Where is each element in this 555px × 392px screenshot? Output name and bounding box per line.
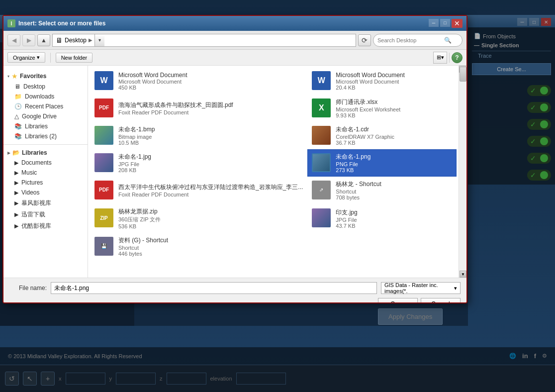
- filetype-arrow: ▾: [454, 285, 457, 292]
- favorites-arrow: ▾: [7, 74, 9, 79]
- sidebar-divider: [3, 144, 88, 145]
- scroll-down-arrow[interactable]: ▼: [460, 271, 466, 278]
- file-name: 未命名-1.jpg: [118, 153, 303, 161]
- search-box: 🔍: [373, 34, 462, 47]
- view-toggle-btn[interactable]: ⊞▾: [433, 52, 447, 64]
- file-icon: [94, 181, 114, 200]
- file-item[interactable]: 未命名-1.bmp Bitmap image 10.5 MB: [90, 122, 307, 149]
- file-icon: [94, 208, 114, 228]
- sidebar-item-libraries2[interactable]: 📚 Libraries (2): [3, 131, 88, 141]
- sidebar-item-music[interactable]: ▶ Music: [3, 168, 88, 178]
- desktop-icon: 🖥: [14, 83, 20, 90]
- file-item[interactable]: 未命名-1.jpg JPG File 208 KB: [90, 149, 307, 177]
- google-label: Google Drive: [22, 113, 57, 120]
- music-label: Music: [21, 169, 37, 176]
- file-size: 9.93 KB: [336, 112, 452, 118]
- sidebar-item-downloads[interactable]: 📁 Downloads: [3, 92, 88, 101]
- file-name: 印支.jpg: [336, 208, 452, 217]
- file-size: 10.5 MB: [118, 140, 303, 146]
- file-details: 未命名-1.jpg JPG File 208 KB: [118, 153, 303, 173]
- dialog-minimize[interactable]: ─: [429, 19, 439, 27]
- file-details: 资料 (G) - Shortcut Shortcut 446 bytes: [118, 236, 303, 257]
- file-item[interactable]: 师门通讯录.xlsx Microsoft Excel Worksheet 9.9…: [307, 95, 457, 122]
- file-item[interactable]: Microsoft Word Document Microsoft Word D…: [307, 68, 457, 95]
- baofeng-label: 暴风影视库: [21, 199, 51, 207]
- sidebar-item-youku[interactable]: ▶ 优酷影视库: [3, 220, 88, 232]
- file-size: 450 KB: [118, 85, 303, 91]
- forward-btn[interactable]: ▶: [22, 34, 35, 46]
- file-type: JPG File: [118, 161, 303, 167]
- open-btn[interactable]: Open: [378, 298, 418, 303]
- file-type: Microsoft Word Document: [336, 79, 452, 85]
- sidebar-item-xunlei[interactable]: ▶ 迅雷下载: [3, 209, 88, 220]
- file-size: 708 bytes: [336, 195, 452, 200]
- file-icon: [94, 71, 114, 91]
- file-details: 未命名-1.cdr CorelDRAW X7 Graphic 36.7 KB: [336, 125, 452, 146]
- filetype-dropdown[interactable]: GIS Data - Raster inc. images(*. ▾: [381, 282, 461, 294]
- file-type: JPG File: [336, 217, 452, 223]
- organize-btn[interactable]: Organize ▾: [7, 52, 45, 63]
- back-btn[interactable]: ◀: [7, 34, 20, 46]
- file-name: 杨林龙票据.zip: [118, 207, 303, 216]
- libs-arrow: ▶: [7, 151, 10, 155]
- file-item[interactable]: 未命名-1.png PNG File 273 KB: [307, 149, 457, 177]
- sidebar-item-libraries[interactable]: 📚 Libraries: [3, 121, 88, 131]
- file-item[interactable]: 未命名-1.cdr CorelDRAW X7 Graphic 36.7 KB: [307, 122, 457, 149]
- location-dropdown-btn[interactable]: ▾: [94, 34, 104, 46]
- sidebar-item-desktop[interactable]: 🖥 Desktop: [3, 82, 88, 92]
- dialog-close[interactable]: ✕: [452, 19, 462, 28]
- help-btn[interactable]: ?: [452, 52, 462, 63]
- sidebar-item-recent[interactable]: 🕒 Recent Places: [3, 101, 88, 111]
- downloads-folder-icon: 📁: [14, 93, 22, 100]
- refresh-location-btn[interactable]: ⟳: [358, 34, 371, 46]
- desktop-label: Desktop: [23, 83, 45, 90]
- file-item[interactable]: 💾 资料 (G) - Shortcut Shortcut 446 bytes: [90, 233, 307, 260]
- dialog-footer: File name: GIS Data - Raster inc. images…: [3, 278, 466, 303]
- sidebar-item-videos[interactable]: ▶ Videos: [3, 188, 88, 197]
- scroll-thumb[interactable]: [460, 67, 466, 82]
- file-dialog: I Insert: Select one or more files ─ □ ✕…: [2, 15, 467, 303]
- file-item[interactable]: ⇗ 杨林龙 - Shortcut Shortcut 708 bytes: [307, 177, 457, 204]
- file-item[interactable]: 杨林龙票据.zip 360压缩 ZIP 文件 536 KB: [90, 204, 307, 233]
- file-icon: [94, 98, 114, 118]
- file-icon: [312, 126, 332, 146]
- file-icon: [94, 126, 114, 146]
- sidebar-item-pictures[interactable]: ▶ Pictures: [3, 178, 88, 188]
- view-divider: [449, 53, 450, 63]
- libraries-label: Libraries: [25, 123, 48, 130]
- up-btn[interactable]: ▲: [37, 34, 50, 46]
- recent-icon: 🕒: [14, 103, 22, 110]
- location-arrow: ▶: [89, 37, 92, 43]
- file-item[interactable]: Microsoft Word Document Microsoft Word D…: [90, 68, 307, 95]
- file-type: CorelDRAW X7 Graphic: [336, 134, 452, 140]
- cancel-btn[interactable]: Cancel: [421, 298, 461, 303]
- search-input[interactable]: [377, 37, 442, 43]
- file-type: Shortcut: [118, 245, 303, 251]
- new-folder-btn[interactable]: New folder: [56, 53, 93, 63]
- file-name: 未命名-1.png: [336, 153, 452, 161]
- file-size: 36.7 KB: [336, 140, 452, 146]
- sidebar-item-documents[interactable]: ▶ Documents: [3, 158, 88, 168]
- libs-folder-icon: 📂: [12, 149, 20, 156]
- list-scrollbar[interactable]: ▲ ▼: [459, 66, 466, 278]
- youku-icon: ▶: [14, 223, 18, 229]
- libraries-expand-header[interactable]: ▶ 📂 Libraries: [3, 148, 88, 158]
- file-item[interactable]: 印支.jpg JPG File 43.7 KB: [307, 204, 457, 233]
- file-details: Microsoft Word Document Microsoft Word D…: [118, 72, 303, 91]
- sidebar-item-google[interactable]: △ Google Drive: [3, 111, 88, 121]
- dialog-nav-toolbar: ◀ ▶ ▲ 🖥 Desktop ▶ ▾ ⟳ 🔍: [3, 31, 466, 50]
- file-item[interactable]: 西太平洋中生代板块俯冲过程与东亚洋陆过渡带构造_岩浆响应_李三... Foxit…: [90, 177, 307, 204]
- dialog-maximize[interactable]: □: [440, 19, 450, 27]
- file-size: 536 KB: [118, 223, 303, 229]
- favorites-header[interactable]: ▾ ★ Favorites: [3, 71, 88, 82]
- file-name: 杨林龙 - Shortcut: [336, 180, 452, 189]
- file-type: PNG File: [336, 161, 452, 167]
- location-bar[interactable]: 🖥 Desktop ▶ ▾: [52, 34, 356, 47]
- dialog-title: Insert: Select one or more files: [18, 20, 426, 27]
- filename-input[interactable]: [51, 282, 377, 294]
- file-item[interactable]: 渤海油气藏形成条件与勘探技术_田圆圆.pdf Foxit Reader PDF …: [90, 95, 307, 122]
- file-name: 渤海油气藏形成条件与勘探技术_田圆圆.pdf: [118, 101, 303, 109]
- sidebar-item-baofeng[interactable]: ▶ 暴风影视库: [3, 197, 88, 209]
- toolbar-divider: [50, 53, 51, 63]
- dialog-sidebar: ▾ ★ Favorites 🖥 Desktop 📁 Downloads 🕒 Re…: [3, 66, 88, 278]
